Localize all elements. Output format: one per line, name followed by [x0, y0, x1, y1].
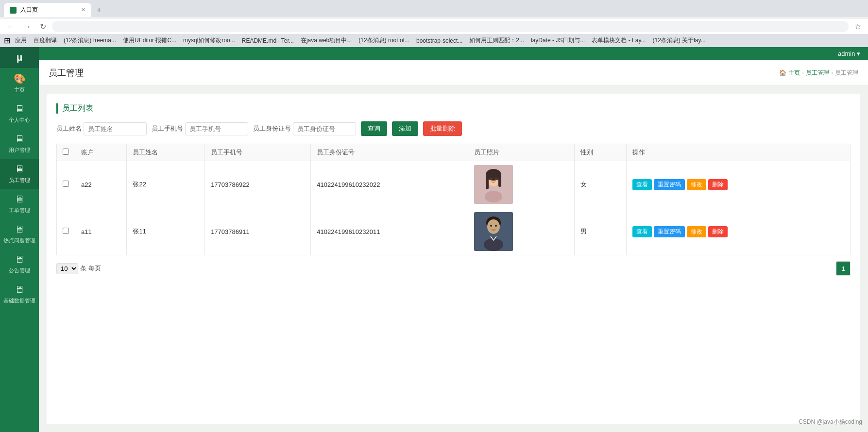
sidebar-item-home[interactable]: 🎨 主页	[0, 68, 39, 99]
bookmark-8[interactable]: bootstrap-select...	[414, 36, 464, 45]
bookmark-11[interactable]: 表单模块文档 - Lay...	[590, 35, 647, 46]
svg-point-5	[485, 191, 502, 202]
row2-account: a11	[75, 208, 127, 255]
bookmark-2[interactable]: (12条消息) freema...	[62, 35, 118, 46]
breadcrumb-level1-link[interactable]: 员工管理	[806, 69, 829, 77]
row2-photo-img	[474, 212, 513, 251]
bookmark-9[interactable]: 如何用正则匹配：2...	[467, 35, 526, 46]
base-icon: 🖥	[15, 284, 24, 295]
search-button[interactable]: 查询	[361, 121, 387, 136]
row1-action-btns: 查看 重置密码 修改 删除	[632, 179, 844, 190]
svg-point-7	[495, 178, 497, 180]
sidebar-logo: μ	[0, 47, 39, 68]
bookmark-6[interactable]: 在java web项目中...	[299, 35, 354, 46]
sidebar-item-personal[interactable]: 🖥 个人中心	[0, 99, 39, 129]
main-content: 员工列表 员工姓名 员工手机号 员工身份证号 查询	[39, 86, 868, 432]
table-header-row: 账户 员工姓名 员工手机号 员工身份证号 员工照片 性别 操作	[57, 144, 851, 161]
page-header: 员工管理 🏠 主页 › 员工管理 › 员工管理	[39, 60, 868, 86]
breadcrumb-sep1: ›	[802, 69, 804, 76]
sidebar-item-order-mgmt[interactable]: 🖥 工单管理	[0, 189, 39, 219]
new-tab-button[interactable]: +	[92, 3, 106, 17]
row2-delete-button[interactable]: 删除	[708, 226, 728, 237]
row2-gender: 男	[575, 208, 626, 255]
col-photo: 员工照片	[468, 144, 575, 161]
search-phone-input[interactable]	[185, 122, 248, 135]
search-id-input[interactable]	[293, 122, 356, 135]
per-page-select[interactable]: 10 20 50	[56, 263, 78, 274]
row2-checkbox[interactable]	[63, 228, 69, 234]
per-page-group: 10 20 50 条 每页	[56, 263, 101, 274]
row2-checkbox-cell	[57, 208, 75, 255]
col-phone: 员工手机号	[205, 144, 311, 161]
svg-point-12	[495, 225, 497, 227]
admin-dropdown[interactable]: admin ▾	[838, 50, 860, 57]
search-name-input[interactable]	[84, 122, 147, 135]
svg-rect-4	[498, 175, 501, 187]
row1-account: a22	[75, 161, 127, 208]
refresh-button[interactable]: ↻	[37, 21, 49, 32]
sidebar-item-notice-mgmt[interactable]: 🖥 公告管理	[0, 249, 39, 279]
row1-actions: 查看 重置密码 修改 删除	[626, 161, 850, 208]
forward-button[interactable]: →	[20, 21, 34, 32]
row1-delete-button[interactable]: 删除	[708, 179, 728, 190]
bookmark-5[interactable]: README.md · Ter...	[240, 36, 296, 45]
watermark: CSDN @java小杨coding	[799, 418, 862, 426]
row1-reset-button[interactable]: 重置密码	[654, 179, 685, 190]
search-name-group: 员工姓名	[56, 122, 147, 135]
bookmark-12[interactable]: (12条消息) 关于lay...	[651, 35, 708, 46]
apps-icon[interactable]: ⊞	[4, 36, 10, 45]
page-1-button[interactable]: 1	[836, 261, 851, 276]
bookmark-7[interactable]: (12条消息) root of...	[357, 35, 411, 46]
notice-icon: 🖥	[15, 254, 24, 265]
search-phone-group: 员工手机号	[152, 122, 248, 135]
sidebar-item-staff-label: 员工管理	[9, 177, 30, 184]
row2-actions: 查看 重置密码 修改 删除	[626, 208, 850, 255]
sidebar-item-user-label: 用户管理	[9, 147, 30, 154]
back-button[interactable]: ←	[4, 21, 17, 32]
row1-photo-img	[474, 165, 513, 204]
batch-delete-button[interactable]: 批量删除	[423, 121, 462, 136]
sidebar-item-hotissue-mgmt[interactable]: 🖥 热点问题管理	[0, 219, 39, 249]
sidebar-item-user-mgmt[interactable]: 🖥 用户管理	[0, 129, 39, 159]
breadcrumb-home-link[interactable]: 主页	[788, 69, 800, 77]
top-header: admin ▾	[39, 47, 868, 60]
row1-gender: 女	[575, 161, 626, 208]
col-gender: 性别	[575, 144, 626, 161]
bookmark-3[interactable]: 使用UEditor 报错C...	[121, 35, 178, 46]
row1-edit-button[interactable]: 修改	[687, 179, 706, 190]
row1-checkbox[interactable]	[63, 181, 69, 187]
row2-photo	[468, 208, 575, 255]
sidebar-item-base-mgmt[interactable]: 🖥 基础数据管理	[0, 279, 39, 309]
row1-name: 张22	[127, 161, 205, 208]
row2-edit-button[interactable]: 修改	[687, 226, 706, 237]
tab-close-icon[interactable]: ✕	[81, 7, 85, 13]
add-button[interactable]: 添加	[392, 121, 418, 136]
sidebar-item-personal-label: 个人中心	[9, 116, 30, 124]
search-name-label: 员工姓名	[56, 124, 82, 133]
bookmark-baidu[interactable]: 百度翻译	[32, 35, 59, 46]
svg-point-6	[490, 178, 492, 180]
row2-idcard: 410224199610232011	[311, 208, 468, 255]
bookmark-10[interactable]: layDate - JS日期与...	[529, 35, 587, 46]
staff-mgmt-icon: 🖥	[15, 164, 24, 175]
row2-action-btns: 查看 重置密码 修改 删除	[632, 226, 844, 237]
header-checkbox-cell	[57, 144, 75, 161]
order-mgmt-icon: 🖥	[15, 194, 24, 205]
active-tab[interactable]: 入口页 ✕	[4, 3, 91, 17]
home-icon: 🎨	[14, 73, 26, 84]
select-all-checkbox[interactable]	[63, 149, 69, 155]
bookmark-star[interactable]: ☆	[851, 21, 864, 32]
row2-view-button[interactable]: 查看	[632, 226, 652, 237]
svg-point-11	[490, 225, 492, 227]
bookmark-apps[interactable]: 应用	[13, 35, 29, 46]
bookmark-4[interactable]: mysql如何修改roo...	[181, 35, 237, 46]
url-input[interactable]: localhost:8080/gongdanguanli/index.jsp	[52, 21, 849, 32]
table-row: a22 张22 17703786922 410224199610232022	[57, 161, 851, 208]
col-account: 账户	[75, 144, 127, 161]
breadcrumb-current: 员工管理	[835, 69, 858, 77]
row1-view-button[interactable]: 查看	[632, 179, 652, 190]
row2-reset-button[interactable]: 重置密码	[654, 226, 685, 237]
sidebar-item-notice-label: 公告管理	[9, 267, 30, 274]
sidebar-item-staff-mgmt[interactable]: 🖥 员工管理	[0, 159, 39, 189]
table-header: 账户 员工姓名 员工手机号 员工身份证号 员工照片 性别 操作	[57, 144, 851, 161]
